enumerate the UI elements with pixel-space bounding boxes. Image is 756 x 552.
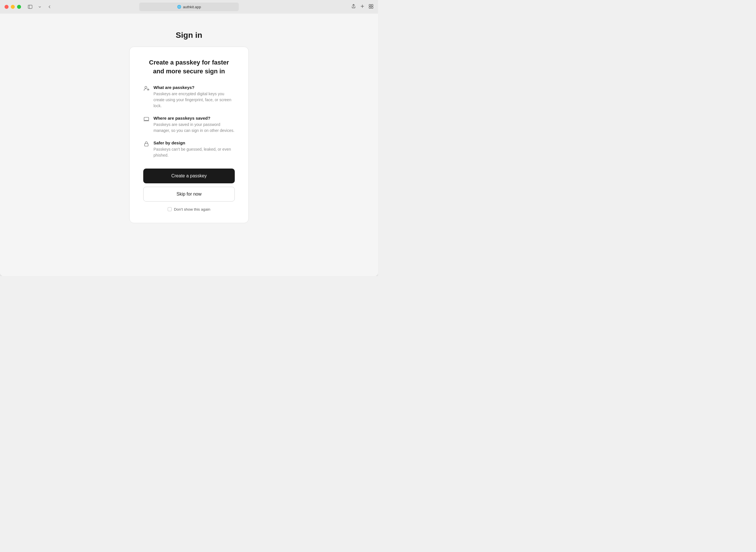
minimize-button[interactable] — [11, 5, 15, 9]
close-button[interactable] — [5, 5, 9, 9]
browser-titlebar: 🌐 authkit.app — [0, 0, 378, 14]
card-heading: Create a passkey for faster and more sec… — [143, 58, 235, 76]
browser-controls — [26, 3, 53, 11]
feature-title-saved: Where are passkeys saved? — [153, 116, 235, 121]
laptop-icon — [143, 116, 149, 122]
share-icon[interactable] — [351, 4, 356, 10]
create-passkey-button[interactable]: Create a passkey — [143, 168, 235, 183]
skip-for-now-button[interactable]: Skip for now — [143, 187, 235, 201]
svg-rect-3 — [371, 4, 373, 6]
address-bar[interactable]: 🌐 authkit.app — [139, 3, 239, 11]
person-key-icon — [143, 85, 149, 92]
dont-show-label[interactable]: Don't show this again — [174, 207, 210, 212]
checkbox-row: Don't show this again — [143, 207, 235, 212]
sidebar-toggle-button[interactable] — [26, 3, 34, 11]
feature-content-safer: Safer by design Passkeys can't be guesse… — [153, 140, 235, 158]
feature-content-passkeys: What are passkeys? Passkeys are encrypte… — [153, 85, 235, 109]
svg-rect-2 — [369, 4, 371, 6]
chevron-down-icon[interactable] — [36, 3, 44, 11]
tab-overview-icon[interactable] — [368, 4, 373, 10]
url-text: authkit.app — [183, 5, 201, 9]
dont-show-checkbox[interactable] — [168, 207, 172, 211]
feature-list: What are passkeys? Passkeys are encrypte… — [143, 85, 235, 158]
svg-point-6 — [145, 86, 147, 88]
svg-rect-0 — [28, 5, 32, 9]
feature-title-passkeys: What are passkeys? — [153, 85, 235, 90]
back-button[interactable] — [45, 3, 53, 11]
feature-title-safer: Safer by design — [153, 140, 235, 145]
browser-window: 🌐 authkit.app — [0, 0, 378, 276]
browser-content: Sign in Create a passkey for faster and … — [0, 14, 378, 276]
feature-desc-safer: Passkeys can't be guessed, leaked, or ev… — [153, 146, 235, 158]
svg-rect-5 — [371, 7, 373, 8]
svg-rect-9 — [145, 144, 148, 146]
svg-rect-8 — [144, 117, 149, 120]
page-container: Sign in Create a passkey for faster and … — [0, 31, 378, 223]
svg-rect-4 — [369, 7, 371, 8]
lock-icon — [143, 141, 149, 147]
passkey-card: Create a passkey for faster and more sec… — [129, 47, 249, 223]
globe-icon: 🌐 — [177, 5, 181, 9]
feature-desc-passkeys: Passkeys are encrypted digital keys you … — [153, 91, 235, 109]
feature-desc-saved: Passkeys are saved in your password mana… — [153, 122, 235, 134]
browser-actions — [351, 4, 373, 10]
traffic-lights — [5, 5, 21, 9]
feature-item-passkeys: What are passkeys? Passkeys are encrypte… — [143, 85, 235, 109]
feature-content-saved: Where are passkeys saved? Passkeys are s… — [153, 116, 235, 134]
feature-item-safer: Safer by design Passkeys can't be guesse… — [143, 140, 235, 158]
maximize-button[interactable] — [17, 5, 21, 9]
feature-item-saved: Where are passkeys saved? Passkeys are s… — [143, 116, 235, 134]
new-tab-icon[interactable] — [360, 4, 365, 10]
page-title: Sign in — [176, 31, 202, 40]
